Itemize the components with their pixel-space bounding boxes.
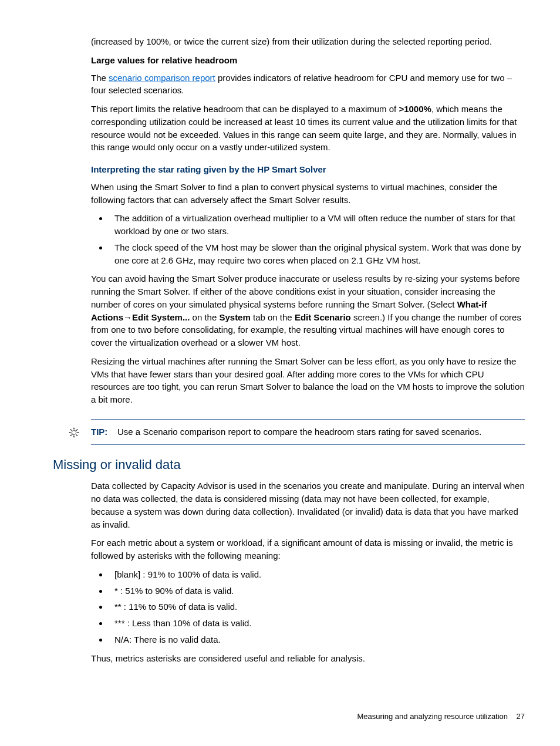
- page-footer: Measuring and analyzing resource utiliza…: [357, 711, 525, 723]
- tip-text: [110, 427, 118, 437]
- section3-content: Data collected by Capacity Advisor is us…: [91, 480, 525, 664]
- heading-missing-invalid-data: Missing or invalid data: [53, 455, 525, 474]
- missing-data-list: [blank] : 91% to 100% of data is valid. …: [109, 568, 525, 646]
- large-values-p1: The scenario comparison report provides …: [91, 72, 525, 97]
- list-item: The addition of a virtualization overhea…: [109, 212, 525, 238]
- tip-box: TIP: Use a Scenario comparison report to…: [91, 419, 525, 445]
- svg-line-7: [70, 435, 72, 436]
- star-rating-p2: You can avoid having the Smart Solver pr…: [91, 272, 525, 349]
- list-item: The clock speed of the VM host may be sl…: [109, 241, 525, 267]
- bold-system: System: [219, 312, 250, 322]
- missing-data-p2: For each metric about a system or worklo…: [91, 536, 525, 562]
- tip-content: Use a Scenario comparison report to comp…: [117, 427, 481, 437]
- bold-edit-system: Edit System...: [132, 312, 190, 322]
- list-item: *** : Less than 10% of data is valid.: [109, 617, 525, 630]
- scenario-comparison-report-link[interactable]: scenario comparison report: [109, 73, 215, 83]
- star-rating-p3: Resizing the virtual machines after runn…: [91, 355, 525, 406]
- missing-data-p1: Data collected by Capacity Advisor is us…: [91, 480, 525, 531]
- footer-text: Measuring and analyzing resource utiliza…: [357, 712, 508, 721]
- svg-point-0: [72, 430, 76, 434]
- list-item: ** : 11% to 50% of data is valid.: [109, 600, 525, 613]
- star-rating-list: The addition of a virtualization overhea…: [109, 212, 525, 266]
- heading-star-rating: Interpreting the star rating given by th…: [91, 163, 525, 176]
- list-item: N/A: There is no valid data.: [109, 633, 525, 646]
- missing-data-p3: Thus, metrics asterisks are considered u…: [91, 652, 525, 665]
- svg-line-5: [70, 429, 72, 430]
- page-number: 27: [517, 712, 525, 721]
- svg-line-8: [76, 435, 77, 436]
- list-item: [blank] : 91% to 100% of data is valid.: [109, 568, 525, 581]
- bold-edit-scenario: Edit Scenario: [295, 312, 351, 322]
- tip-label: TIP:: [91, 427, 107, 437]
- large-values-p2: This report limits the relative headroom…: [91, 103, 525, 154]
- list-item: * : 51% to 90% of data is valid.: [109, 585, 525, 598]
- main-content: (increased by 100%, or twice the current…: [91, 35, 525, 445]
- star-rating-p1: When using the Smart Solver to find a pl…: [91, 181, 525, 207]
- heading-large-values: Large values for relative headroom: [91, 54, 525, 67]
- svg-line-6: [76, 429, 77, 430]
- intro-paragraph: (increased by 100%, or twice the current…: [91, 35, 525, 48]
- bold-1000-percent: >1000%: [399, 104, 431, 114]
- tip-lightbulb-icon: [68, 427, 80, 443]
